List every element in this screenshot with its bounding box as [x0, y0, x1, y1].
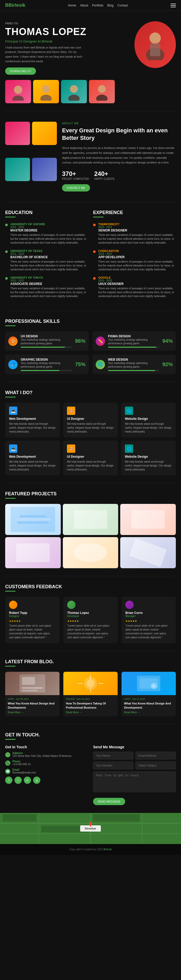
feedback-role-1: Designer: [9, 615, 56, 617]
blog-meta-2: DESIGN · Dec 25 2021: [66, 698, 115, 700]
form-number-input[interactable]: [93, 762, 134, 769]
skill-ux-fill: [21, 347, 65, 348]
about-images: [5, 122, 57, 191]
contact-info: Get In Touch 📍 Address 133 Stone New Yor…: [5, 745, 88, 805]
feedback-underline: [5, 591, 16, 592]
exp-date-3: 2016 - 2018: [98, 279, 176, 282]
gallery-svg-1: [8, 83, 28, 101]
project-inner-2: [63, 504, 118, 535]
email-content: Email thomasl@email.com: [13, 768, 36, 774]
form-subject-input[interactable]: [135, 762, 176, 769]
skills-title: PROFESSIONAL SKILLS: [5, 319, 176, 324]
skill-web-info: WEB DESIGN Your marketing strategy optim…: [108, 358, 159, 371]
map-section[interactable]: Direction: [0, 813, 181, 844]
project-item-1[interactable]: [5, 504, 61, 535]
project-mock-3: [131, 510, 165, 529]
social-linkedin[interactable]: in: [24, 776, 31, 784]
stat-clients-number: 240+: [94, 170, 115, 178]
blog-section: LATEST FROM BLOG. APPS · Jun 25 2021 Wha…: [0, 651, 181, 724]
project-inner-1: [5, 504, 61, 535]
map-svg: Direction: [0, 813, 181, 844]
skill-graphic-desc: Your marketing strategy optimising perfo…: [21, 361, 72, 369]
exp-date-2: 2018 - 2020: [98, 253, 176, 255]
navbar-logo[interactable]: BBirlesik: [5, 3, 25, 8]
blog-meta-1: APPS · Jun 25 2021: [8, 698, 57, 700]
what-title-3: Website Design: [125, 417, 172, 421]
experience-column: EXPERIENCE THEMFOREST7 2020 - 2076 SENIO…: [93, 210, 176, 303]
feedback-stars-2: ★★★★★: [67, 620, 114, 622]
exp-content-1: THEMFOREST7 2020 - 2076 SENIOR DESIGNER …: [98, 223, 176, 245]
blog-underline: [5, 666, 16, 667]
blog-read-1[interactable]: Read More →: [8, 711, 57, 714]
blog-svg-1: [17, 672, 48, 695]
blog-content-2: DESIGN · Dec 25 2021 How To Developers T…: [63, 695, 118, 716]
about-description: Since beginning my journey as a freelanc…: [62, 146, 176, 165]
blog-svg-2: [75, 672, 106, 695]
map-background: Direction: [0, 813, 181, 844]
projects-grid: [5, 504, 176, 568]
gallery-item-2: [33, 80, 59, 103]
contact-email: ✉️ Email thomasl@email.com: [5, 768, 88, 774]
hero-name: THOMAS LOPEZ: [5, 27, 134, 37]
project-mock-5: [74, 543, 107, 562]
project-item-4[interactable]: [5, 537, 61, 568]
edu-date-1: 2016 - 2019: [10, 226, 88, 229]
project-item-3[interactable]: [120, 504, 176, 535]
blog-content-1: APPS · Jun 25 2021 What You Know About D…: [5, 695, 60, 716]
what-title-6: Website Design: [125, 455, 172, 458]
blog-item-2[interactable]: DESIGN · Dec 25 2021 How To Developers T…: [63, 672, 118, 716]
skill-web-name: WEB DESIGN: [108, 358, 159, 361]
svg-rect-12: [22, 677, 35, 685]
what-item-4: 💻 Web Development We help brands stand o…: [5, 441, 60, 475]
nav-portfolio[interactable]: Portfolio: [92, 4, 104, 7]
edu-degree-2: BACHELOR OF SCIENCE: [10, 255, 88, 259]
hamburger-menu[interactable]: [171, 4, 176, 7]
skill-graphic-info: GRAPHIC DESIGN Your marketing strategy o…: [21, 358, 72, 371]
ux-icon: 🎨: [8, 337, 17, 346]
feedback-item-2: Thomas Lopez Developer ★★★★★ "Lorem ipsu…: [63, 597, 118, 643]
blog-img-1: [5, 672, 60, 695]
form-email-input[interactable]: [135, 752, 176, 759]
form-name-input[interactable]: [93, 752, 134, 759]
exp-date-1: 2020 - 2076: [98, 226, 176, 229]
nav-contact[interactable]: Contact: [117, 4, 128, 7]
nav-home[interactable]: Home: [68, 4, 76, 7]
project-item-2[interactable]: [63, 504, 118, 535]
skill-graphic-percent: 75%: [75, 361, 85, 368]
svg-rect-14: [22, 690, 38, 691]
skill-ux-percent: 86%: [75, 338, 85, 344]
exp-content-3: GOOGLE 2016 - 2018 UI/UX DESIGNER There …: [98, 276, 176, 298]
project-item-6[interactable]: [120, 537, 176, 568]
project-mock-4: [16, 543, 50, 562]
download-cv-button[interactable]: DOWNLOAD CV: [5, 67, 36, 75]
contact-title: GET IN TOUCH.: [5, 732, 176, 738]
contact-me-button[interactable]: CONTACT ME: [62, 184, 90, 191]
blog-read-2[interactable]: Read More →: [66, 711, 115, 714]
blog-item-3[interactable]: APPS · Jan 12 2022 What You Know About D…: [121, 672, 176, 716]
edu-school-3: UNIVERSITY OF TOKYO: [10, 276, 88, 279]
skill-figma-fill: [108, 347, 156, 348]
nav-blog[interactable]: Blog: [107, 4, 113, 7]
blog-meta-3: APPS · Jan 12 2022: [124, 698, 173, 700]
what-grid: 💻 Web Development We help brands stand o…: [5, 402, 176, 475]
form-message-textarea[interactable]: [93, 772, 176, 792]
what-title-2: UI Designer: [67, 417, 114, 421]
feedback-avatar-3: [125, 601, 134, 609]
blog-item-1[interactable]: APPS · Jun 25 2021 What You Know About D…: [5, 672, 60, 716]
svg-point-16: [87, 679, 94, 687]
nav-about[interactable]: About: [80, 4, 88, 7]
social-twitter[interactable]: t: [14, 776, 22, 784]
gallery-svg-4: [91, 83, 112, 101]
exp-dot-2: [93, 250, 96, 253]
skill-graphic: 🖌️ GRAPHIC DESIGN Your marketing strateg…: [5, 355, 89, 374]
project-item-5[interactable]: [63, 537, 118, 568]
social-facebook[interactable]: f: [5, 776, 13, 784]
contact-phone: 📞 Phone +13 546 648 13: [5, 760, 88, 766]
social-google[interactable]: g: [33, 776, 40, 784]
address-icon: 📍: [5, 752, 10, 757]
blog-read-3[interactable]: Read More →: [124, 711, 173, 714]
svg-rect-33: [93, 814, 140, 821]
blog-grid: APPS · Jun 25 2021 What You Know About D…: [5, 672, 176, 716]
send-message-button[interactable]: SEND MESSAGE: [93, 798, 125, 805]
project-mock-2: [74, 510, 107, 529]
